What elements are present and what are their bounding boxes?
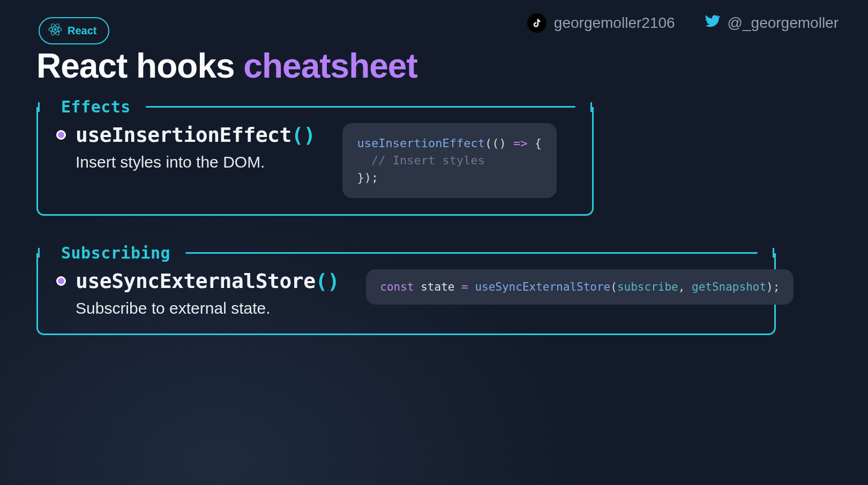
social-bar: georgemoller2106 @_georgemoller <box>527 12 839 34</box>
panel-effects: Effects useInsertionEffect() Insert styl… <box>36 107 594 216</box>
twitter-text: @_georgemoller <box>728 14 839 32</box>
hook-name: useInsertionEffect <box>76 123 291 147</box>
panel-corner <box>590 102 592 112</box>
tiktok-handle[interactable]: georgemoller2106 <box>527 13 675 33</box>
panel-subscribing: Subscribing useSyncExternalStore() Subsc… <box>36 253 776 335</box>
code-snippet: const state = useSyncExternalStore(subsc… <box>366 269 794 305</box>
panel-title: Subscribing <box>61 244 170 262</box>
title-prefix: React hooks <box>36 47 243 85</box>
svg-point-0 <box>54 28 57 31</box>
content-area: Effects useInsertionEffect() Insert styl… <box>36 107 832 373</box>
hook-name-line: useSyncExternalStore() <box>56 269 339 293</box>
hook-description: Insert styles into the DOM. <box>76 153 316 171</box>
hook-name: useSyncExternalStore <box>76 269 316 293</box>
bullet-icon <box>56 130 66 140</box>
page-title: React hooks cheatsheet <box>36 46 417 86</box>
react-icon <box>48 22 62 39</box>
panel-rule <box>185 252 758 254</box>
badge-label: React <box>68 25 96 37</box>
react-badge: React <box>39 17 109 44</box>
hook-parens: () <box>316 269 340 293</box>
hook-parens: () <box>291 123 316 147</box>
panel-rule <box>146 106 575 108</box>
twitter-handle[interactable]: @_georgemoller <box>702 12 839 34</box>
title-accent: cheatsheet <box>243 47 417 85</box>
hook-description: Subscribe to external state. <box>76 299 339 317</box>
bullet-icon <box>56 276 66 286</box>
tiktok-icon <box>527 13 547 33</box>
panel-title: Effects <box>61 97 131 116</box>
tiktok-text: georgemoller2106 <box>554 14 675 32</box>
panel-header: Effects <box>38 97 592 116</box>
panel-header: Subscribing <box>38 244 774 262</box>
hook-name-line: useInsertionEffect() <box>56 123 316 147</box>
twitter-icon <box>702 12 720 34</box>
code-snippet: useInsertionEffect(() => { // Insert sty… <box>342 123 557 198</box>
panel-corner <box>773 248 774 257</box>
